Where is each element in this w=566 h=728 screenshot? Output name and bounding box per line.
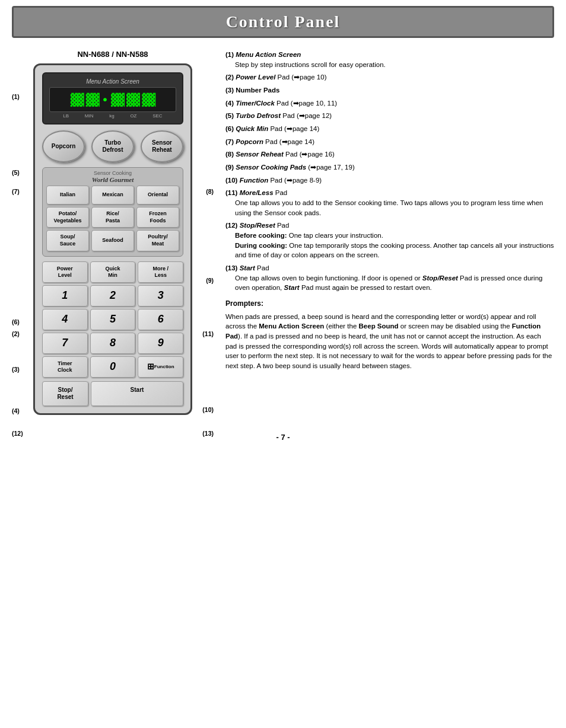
- prompters-text: When pads are pressed, a beep sound is h…: [225, 312, 554, 371]
- more-less-button[interactable]: More /Less: [138, 261, 183, 283]
- soup-sauce-button[interactable]: Soup/Sauce: [46, 230, 89, 251]
- oriental-button[interactable]: Oriental: [136, 186, 179, 205]
- main-content: NN-N688 / NN-N588 (1) (5) (7) (6) (2) (3…: [0, 44, 566, 421]
- power-level-button[interactable]: PowerLevel: [42, 261, 88, 283]
- desc-item-12: (12) Stop/Reset Pad Before cooking: One …: [225, 221, 554, 260]
- key-5-button[interactable]: 5: [90, 309, 136, 330]
- turbo-defrost-button[interactable]: TurboDefrost: [91, 130, 134, 162]
- callout-9: (9): [206, 277, 214, 284]
- desc-label-5: Turbo Defrost: [236, 112, 281, 119]
- unit-sec: SEC: [152, 113, 162, 119]
- desc-num-5: (5): [225, 112, 234, 119]
- timer-clock-button[interactable]: TimerClock: [42, 356, 88, 378]
- start-button[interactable]: Start: [91, 381, 183, 406]
- desc-num-13: (13): [225, 264, 237, 272]
- desc-item-13: (13) Start Pad One tap allows oven to be…: [225, 263, 554, 293]
- desc-item-9: (9) Sensor Cooking Pads (➡page 17, 19): [225, 162, 554, 173]
- unit-kg: kg: [109, 113, 114, 119]
- key-0-button[interactable]: 0: [90, 356, 136, 378]
- callout-7: (7): [12, 188, 20, 195]
- top-buttons-row: Popcorn TurboDefrost SensorReheat: [42, 130, 183, 162]
- callout-4: (4): [12, 407, 20, 414]
- sensor-cooking-brand: World Gourmet: [46, 176, 179, 183]
- screen-area: Menu Action Screen ▓▓ ▓▓ • ▓▓ ▓▓ ▓▓ LB M…: [42, 72, 183, 124]
- potato-veg-button[interactable]: Potato/Vegetables: [46, 207, 89, 228]
- desc-text-13a: Pad: [257, 264, 269, 272]
- frozen-foods-button[interactable]: FrozenFoods: [136, 207, 179, 228]
- stop-reset-button[interactable]: Stop/Reset: [42, 381, 88, 406]
- desc-num-1: (1): [225, 51, 234, 58]
- function-row: PowerLevel QuickMin More /Less: [42, 261, 183, 283]
- desc-num-7: (7): [225, 138, 234, 145]
- page-header: Control Panel: [12, 6, 554, 38]
- desc-num-2: (2): [225, 74, 234, 81]
- desc-text-12a: Pad: [277, 222, 289, 229]
- desc-item-11: (11) More/Less Pad One tap allows you to…: [225, 188, 554, 218]
- desc-text-10: Pad (➡page 8-9): [270, 177, 322, 184]
- desc-text-9: (➡page 17, 19): [308, 164, 354, 171]
- desc-item-3: (3) Number Pads: [225, 85, 554, 95]
- callout-12: (12): [12, 430, 23, 437]
- screen-display: ▓▓ ▓▓ • ▓▓ ▓▓ ▓▓: [49, 87, 176, 112]
- callout-1: (1): [12, 93, 20, 100]
- key-2-button[interactable]: 2: [90, 285, 136, 306]
- sensor-reheat-button[interactable]: SensorReheat: [141, 130, 183, 162]
- bottom-buttons: Stop/Reset Start: [42, 381, 183, 406]
- desc-text-13b: One tap allows oven to begin functioning…: [225, 273, 554, 293]
- mexican-button[interactable]: Mexican: [91, 186, 134, 205]
- desc-num-10: (10): [225, 177, 237, 184]
- desc-item-4: (4) Timer/Clock Pad (➡page 10, 11): [225, 98, 554, 108]
- desc-item-8: (8) Sensor Reheat Pad (➡page 16): [225, 149, 554, 159]
- rice-pasta-button[interactable]: Rice/Pasta: [91, 207, 134, 228]
- desc-item-1: (1) Menu Action Screen Step by step inst…: [225, 50, 554, 69]
- desc-label-8: Sensor Reheat: [236, 151, 284, 158]
- desc-text-11b: One tap allows you to add to the Sensor …: [225, 198, 554, 218]
- desc-text-8: Pad (➡page 16): [285, 151, 335, 158]
- prompters-title: Prompters:: [225, 299, 554, 309]
- desc-item-6: (6) Quick Min Pad (➡page 14): [225, 124, 554, 134]
- poultry-meat-button[interactable]: Poultry/Meat: [136, 230, 179, 251]
- quick-min-button[interactable]: QuickMin: [90, 261, 136, 283]
- desc-num-6: (6): [225, 125, 234, 132]
- desc-text-1: Step by step instructions scroll for eas…: [225, 60, 386, 70]
- desc-label-2: Power Level: [236, 74, 275, 81]
- control-panel-box: Menu Action Screen ▓▓ ▓▓ • ▓▓ ▓▓ ▓▓ LB M…: [33, 63, 192, 415]
- number-keypad: 1 2 3 4 5 6 7 8 9 TimerClock 0 ⊞Function: [42, 285, 183, 378]
- seafood-button[interactable]: Seafood: [91, 230, 134, 251]
- desc-text-4: Pad (➡page 10, 11): [276, 100, 337, 107]
- key-7-button[interactable]: 7: [42, 333, 88, 354]
- desc-num-8: (8): [225, 151, 234, 158]
- sensor-cooking-title: Sensor Cooking: [46, 170, 179, 176]
- desc-text-12b: Before cooking: One tap clears your inst…: [225, 231, 554, 260]
- key-1-button[interactable]: 1: [42, 285, 88, 306]
- model-label: NN-N688 / NN-N588: [12, 50, 214, 59]
- desc-num-3: (3): [225, 87, 234, 94]
- display-d4: ▓▓: [126, 92, 139, 107]
- desc-label-7: Popcorn: [236, 138, 263, 145]
- control-panel-diagram: NN-N688 / NN-N588 (1) (5) (7) (6) (2) (3…: [12, 50, 214, 415]
- callout-2: (2): [12, 330, 20, 337]
- desc-item-2: (2) Power Level Pad (➡page 10): [225, 72, 554, 82]
- desc-text-5: Pad (➡page 12): [282, 112, 332, 119]
- key-9-button[interactable]: 9: [138, 333, 183, 354]
- key-8-button[interactable]: 8: [90, 333, 136, 354]
- key-6-button[interactable]: 6: [138, 309, 183, 330]
- key-4-button[interactable]: 4: [42, 309, 88, 330]
- desc-label-12: Stop/Reset: [240, 222, 275, 229]
- desc-text-6: Pad (➡page 14): [270, 125, 319, 132]
- callout-8: (8): [206, 188, 214, 195]
- function-button[interactable]: ⊞Function: [138, 356, 183, 378]
- desc-num-11: (11): [225, 189, 237, 196]
- desc-label-3: Number Pads: [236, 87, 279, 94]
- screen-units: LB MIN kg OZ SEC: [49, 112, 176, 119]
- sensor-cooking-grid: Italian Mexican Oriental Potato/Vegetabl…: [46, 186, 179, 251]
- desc-label-9: Sensor Cooking Pads: [236, 164, 306, 171]
- key-3-button[interactable]: 3: [138, 285, 183, 306]
- desc-label-1: Menu Action Screen: [236, 51, 301, 58]
- desc-num-4: (4): [225, 100, 234, 107]
- desc-text-11a: Pad: [275, 189, 287, 196]
- italian-button[interactable]: Italian: [46, 186, 89, 205]
- desc-num-12: (12): [225, 222, 237, 229]
- popcorn-button[interactable]: Popcorn: [42, 130, 85, 162]
- unit-min: MIN: [85, 113, 94, 119]
